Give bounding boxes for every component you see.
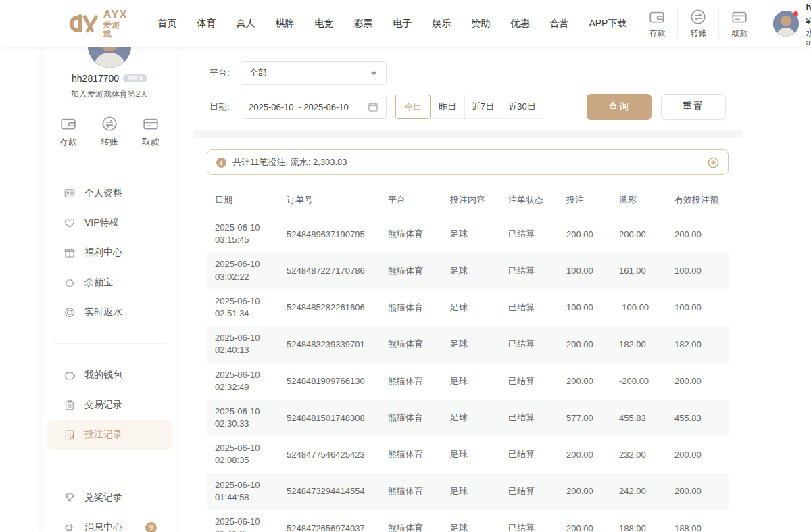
- cell-status: 已结算: [500, 216, 558, 252]
- nav-item[interactable]: APP下载: [579, 18, 637, 30]
- cell-payout: 455.83: [611, 400, 666, 436]
- nav-item[interactable]: 优惠: [500, 18, 539, 30]
- nav-item[interactable]: 娱乐: [422, 18, 461, 30]
- table-row: 2025-06-1003:02:225248487227170786熊猫体育足球…: [207, 252, 729, 289]
- reset-button[interactable]: 重置: [661, 94, 726, 120]
- nav-item[interactable]: 电子: [383, 18, 422, 30]
- nav-item[interactable]: 真人: [226, 18, 265, 30]
- cell-status: 已结算: [500, 473, 558, 510]
- cell-date: 2025-06-1002:30:33: [207, 400, 278, 436]
- cell-status: 已结算: [500, 436, 558, 473]
- cell-payout: 188.00: [611, 510, 666, 532]
- wallet-icon: [59, 115, 77, 132]
- cell-payout: -200.00: [611, 363, 666, 400]
- sidebar-item-transaction[interactable]: 交易记录: [47, 390, 172, 420]
- table-row: 2025-06-1001:44:585248473294414554熊猫体育足球…: [207, 473, 729, 510]
- action-label: 取款: [731, 28, 747, 39]
- action-label: 存款: [59, 136, 77, 148]
- sidebar-item-label: 实时返水: [84, 306, 122, 318]
- summary-text: 共计11笔投注, 流水: 2,303.83: [232, 156, 347, 168]
- platform-select[interactable]: 全部: [241, 61, 387, 85]
- rebate-icon: [64, 306, 76, 318]
- transfer-action[interactable]: 转账: [101, 115, 118, 148]
- cell-order: 5248473294414554: [278, 473, 380, 510]
- my-wallet-icon: [64, 369, 76, 381]
- transfer-icon: [689, 8, 707, 26]
- divider: [53, 466, 166, 466]
- table-row: 2025-06-1002:32:495248481909766130熊猫体育足球…: [207, 363, 729, 400]
- cell-date: 2025-06-1001:44:58: [207, 473, 278, 510]
- cell-status: 已结算: [500, 363, 558, 400]
- sidebar-item-my-wallet[interactable]: 我的钱包: [47, 360, 172, 390]
- nav-item[interactable]: 电竞: [304, 18, 343, 30]
- cell-order: 5248487227170786: [278, 252, 380, 289]
- wallet-icon: [648, 8, 666, 26]
- withdraw-icon: [731, 8, 748, 26]
- cell-platform: 熊猫体育: [380, 436, 442, 473]
- sidebar-item-rebate[interactable]: 实时返水: [47, 297, 172, 327]
- divider: [53, 343, 166, 344]
- chevron-down-icon: [370, 69, 378, 77]
- column-header: 投注: [558, 185, 611, 216]
- vip-icon: [64, 217, 76, 229]
- sidebar-item-label: 余额宝: [84, 276, 113, 289]
- sidebar-item-message[interactable]: 消息中心9: [47, 512, 172, 532]
- sidebar-item-profile[interactable]: 个人资料: [47, 178, 172, 208]
- cell-status: 已结算: [500, 510, 558, 532]
- withdraw-action[interactable]: 取款: [142, 115, 159, 148]
- cell-content: 足球: [442, 436, 500, 473]
- cell-order: 5248489637190795: [278, 216, 380, 252]
- cell-valid: 100.00: [666, 289, 729, 326]
- quick-date-button[interactable]: 昨日: [430, 95, 465, 119]
- sidebar-item-yuebao[interactable]: 余额宝: [47, 268, 172, 297]
- deposit-action[interactable]: 存款: [637, 8, 677, 39]
- calendar-icon: [368, 101, 378, 112]
- sidebar-item-prize[interactable]: 兑奖记录: [47, 483, 172, 512]
- search-button[interactable]: 查询: [587, 94, 652, 120]
- cell-valid: 182.00: [666, 326, 729, 362]
- nav-item[interactable]: 赞助: [461, 18, 500, 30]
- cell-platform: 熊猫体育: [380, 473, 442, 510]
- sidebar-item-welfare[interactable]: 福利中心: [47, 238, 172, 268]
- cell-date: 2025-06-1002:40:13: [207, 326, 278, 362]
- profile-icon: [64, 187, 76, 199]
- expand-icon[interactable]: [708, 157, 719, 168]
- quick-date-button[interactable]: 近30日: [501, 95, 543, 119]
- sidebar-item-label: 交易记录: [84, 399, 122, 411]
- quick-date-button[interactable]: 近7日: [464, 95, 501, 119]
- brand-logo[interactable]: AYX 爱游戏: [64, 9, 128, 38]
- nav-item[interactable]: 合营: [539, 18, 579, 30]
- transfer-action[interactable]: 转账: [677, 8, 718, 39]
- filter-panel: 平台: 全部 日期: 2025-06-10 ~ 2025-06-10 今日昨日近…: [193, 47, 742, 130]
- cell-order: 5248481909766130: [278, 363, 380, 400]
- brand-name-en: AYX: [103, 9, 129, 21]
- withdraw-action[interactable]: 取款: [718, 8, 760, 39]
- column-header: 订单号: [278, 185, 380, 216]
- sidebar-item-bet-record[interactable]: 投注记录: [47, 420, 172, 450]
- cell-valid: 200.00: [666, 436, 729, 473]
- nav-item[interactable]: 棋牌: [265, 18, 304, 30]
- cell-order: 5248481501748308: [278, 400, 380, 436]
- yuebao-icon: [64, 276, 76, 289]
- nav-item[interactable]: 彩票: [343, 18, 383, 30]
- brand-logo-icon: [64, 10, 99, 37]
- section-gap: [193, 130, 742, 138]
- nav-item[interactable]: 首页: [147, 18, 187, 30]
- sidebar-avatar[interactable]: [88, 47, 131, 68]
- cell-content: 足球: [442, 510, 500, 532]
- cell-payout: 161.00: [611, 252, 666, 289]
- deposit-action[interactable]: 存款: [59, 115, 77, 148]
- nav-item[interactable]: 体育: [187, 18, 226, 30]
- user-avatar[interactable]: [773, 11, 799, 37]
- transaction-icon: [64, 399, 76, 411]
- date-range-input[interactable]: 2025-06-10 ~ 2025-06-10: [241, 95, 387, 119]
- cell-date: 2025-06-1002:32:49: [207, 363, 278, 400]
- message-icon: [64, 521, 76, 532]
- platform-filter-label: 平台:: [210, 67, 241, 79]
- main-content: 平台: 全部 日期: 2025-06-10 ~ 2025-06-10 今日昨日近…: [193, 47, 742, 532]
- quick-date-button[interactable]: 今日: [395, 95, 431, 119]
- sidebar-item-label: 消息中心: [84, 521, 122, 532]
- cell-payout: 242.00: [611, 473, 666, 510]
- cell-valid: 455.83: [666, 400, 729, 436]
- sidebar-item-vip[interactable]: VIP特权: [47, 208, 172, 238]
